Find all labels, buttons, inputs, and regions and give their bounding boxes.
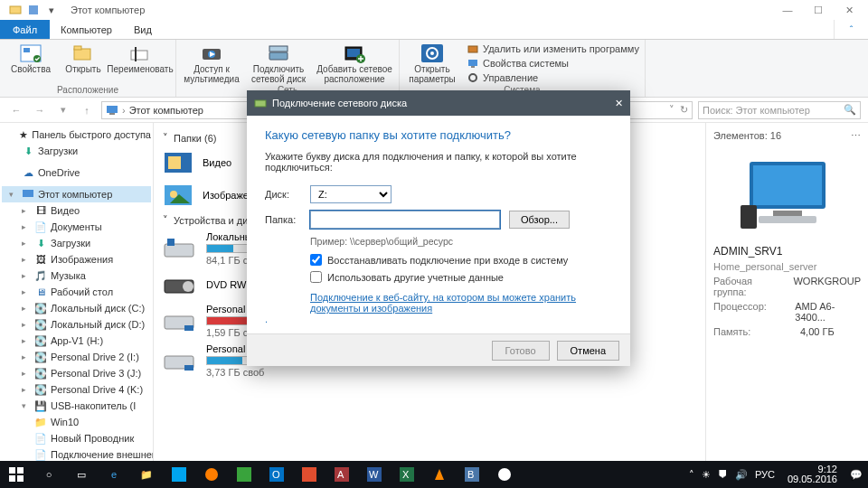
tree-quick-access[interactable]: ★Панель быстрого доступа <box>2 127 151 143</box>
qat-item[interactable] <box>27 4 40 16</box>
window-title: Этот компьютер <box>71 5 145 15</box>
folder-input[interactable] <box>310 211 500 229</box>
drive-label: Диск: <box>265 189 301 200</box>
taskbar-excel[interactable]: X <box>391 461 423 488</box>
manage-button[interactable]: Управление <box>467 71 639 84</box>
volume-icon[interactable]: 🔊 <box>735 469 748 481</box>
dropdown-icon[interactable]: ˅ <box>669 104 675 116</box>
close-button[interactable]: ✕ <box>834 0 864 20</box>
ribbon-collapse-icon[interactable]: ˆ <box>834 20 868 39</box>
computer-tab[interactable]: Компьютер <box>50 20 123 39</box>
system-tray[interactable]: ˄ ☀ ⛊ 🔊 РУС 9:12 09.05.2016 💬 <box>684 465 868 484</box>
network-drive-icon <box>163 307 197 334</box>
svg-text:A: A <box>337 469 344 480</box>
back-button[interactable]: ← <box>7 101 25 119</box>
svg-rect-37 <box>184 325 193 331</box>
cancel-button[interactable]: Отмена <box>557 341 619 361</box>
tree-music[interactable]: ▸🎵Музыка <box>2 267 151 284</box>
computer-image <box>733 155 842 236</box>
svg-point-35 <box>183 281 193 292</box>
file-icon: 📄 <box>34 448 47 461</box>
search-input[interactable]: Поиск: Этот компьютер 🔍 <box>698 101 861 119</box>
browse-button[interactable]: Обзор... <box>509 211 570 229</box>
taskbar-app[interactable] <box>293 461 326 488</box>
taskbar-vlc[interactable] <box>423 461 456 488</box>
finish-button[interactable]: Готово <box>492 341 550 361</box>
taskbar-edge[interactable]: e <box>98 461 130 488</box>
open-button[interactable]: Открыть <box>63 42 103 74</box>
tray-icon[interactable]: ⛊ <box>718 469 728 480</box>
recent-dropdown-icon[interactable]: ▾ <box>54 101 72 119</box>
panel-menu-icon[interactable]: ⋯ <box>851 130 861 142</box>
svg-rect-21 <box>468 60 477 66</box>
other-credentials-checkbox[interactable]: Использовать другие учетные данные <box>310 271 612 283</box>
maximize-button[interactable]: ☐ <box>803 0 834 20</box>
qat-dropdown-icon[interactable]: ▾ <box>45 4 58 16</box>
dialog-close-button[interactable]: ✕ <box>615 98 623 109</box>
view-tab[interactable]: Вид <box>123 20 163 39</box>
file-icon: 📄 <box>34 432 47 445</box>
tray-lang[interactable]: РУС <box>755 469 775 480</box>
rename-button[interactable]: Переименовать <box>110 42 170 74</box>
notifications-icon[interactable]: 💬 <box>850 469 863 481</box>
reconnect-checkbox[interactable]: Восстанавливать подключение при входе в … <box>310 254 612 266</box>
tree-pd2[interactable]: ▸💽Personal Drive 2 (I:) <box>2 349 151 365</box>
taskbar-explorer[interactable]: 📁 <box>130 461 163 488</box>
svg-rect-43 <box>759 216 816 223</box>
taskbar-outlook[interactable]: O <box>260 461 293 488</box>
start-button[interactable] <box>0 461 33 488</box>
tree-downloads[interactable]: ⬇Загрузки <box>2 143 151 159</box>
minimize-button[interactable]: — <box>772 0 803 20</box>
map-drive-button[interactable]: Подключить сетевой диск <box>249 42 308 84</box>
svg-rect-22 <box>471 66 475 68</box>
svg-rect-28 <box>168 156 181 169</box>
drive-select[interactable]: Z: <box>310 185 392 203</box>
tree-pd3[interactable]: ▸💽Personal Drive 3 (J:) <box>2 365 151 381</box>
taskbar-app[interactable] <box>195 461 228 488</box>
navigation-tree[interactable]: ★Панель быстрого доступа ⬇Загрузки ☁OneD… <box>0 123 154 466</box>
taskbar-clock[interactable]: 9:12 09.05.2016 <box>782 465 843 484</box>
taskbar-app[interactable] <box>163 461 195 488</box>
up-button[interactable]: ↑ <box>78 101 96 119</box>
monitor-icon <box>467 57 479 70</box>
taskbar-access[interactable]: A <box>326 461 358 488</box>
svg-rect-13 <box>269 46 288 52</box>
system-properties-button[interactable]: Свойства системы <box>467 57 639 70</box>
file-tab[interactable]: Файл <box>0 20 50 39</box>
search-taskbar-icon[interactable]: ○ <box>33 461 65 488</box>
add-network-location-button[interactable]: Добавить сетевое расположение <box>316 42 393 84</box>
tray-up-icon[interactable]: ˄ <box>689 469 694 481</box>
tree-pd4[interactable]: ▸💽Personal Drive 4 (K:) <box>2 381 151 398</box>
taskbar-app[interactable] <box>488 461 521 488</box>
media-access-button[interactable]: Доступ к мультимедиа <box>182 42 241 84</box>
taskview-icon[interactable]: ▭ <box>65 461 98 488</box>
tree-local-d[interactable]: ▸💽Локальный диск (D:) <box>2 316 151 333</box>
tree-desktop[interactable]: ▸🖥Рабочий стол <box>2 284 151 300</box>
uninstall-programs-button[interactable]: Удалить или изменить программу <box>467 42 639 55</box>
open-settings-button[interactable]: Открыть параметры <box>405 42 459 84</box>
taskbar-vk[interactable]: B <box>456 461 488 488</box>
tree-videos[interactable]: ▸🎞Видео <box>2 202 151 219</box>
website-link[interactable]: Подключение к веб-сайту, на котором вы м… <box>310 292 612 314</box>
cloud-icon: ☁ <box>22 166 34 179</box>
tree-this-pc[interactable]: ▾Этот компьютер <box>2 186 151 202</box>
tree-pictures[interactable]: ▸🖼Изображения <box>2 251 151 267</box>
dialog-titlebar: Подключение сетевого диска ✕ <box>247 90 630 116</box>
tree-downloads2[interactable]: ▸⬇Загрузки <box>2 235 151 251</box>
tree-usb[interactable]: ▾💾USB-накопитель (I <box>2 398 151 414</box>
tree-local-c[interactable]: ▸💽Локальный диск (С:) <box>2 300 151 316</box>
quick-access-toolbar: ▾ <box>4 4 63 16</box>
taskbar-word[interactable]: W <box>358 461 391 488</box>
tree-appv[interactable]: ▸💽App-V1 (H:) <box>2 333 151 349</box>
tree-new-explorer[interactable]: 📄Новый Проводник <box>2 430 151 446</box>
forward-button[interactable]: → <box>31 101 49 119</box>
tray-icon[interactable]: ☀ <box>702 469 711 481</box>
dialog-footer: Готово Отмена <box>247 333 630 366</box>
tree-onedrive[interactable]: ☁OneDrive <box>2 164 151 181</box>
svg-point-19 <box>430 52 434 55</box>
tree-win10[interactable]: 📁Win10 <box>2 414 151 430</box>
properties-button[interactable]: Свойства <box>5 42 56 74</box>
taskbar-app[interactable] <box>228 461 260 488</box>
refresh-icon[interactable]: ↻ <box>680 104 688 116</box>
tree-documents[interactable]: ▸📄Документы <box>2 219 151 235</box>
